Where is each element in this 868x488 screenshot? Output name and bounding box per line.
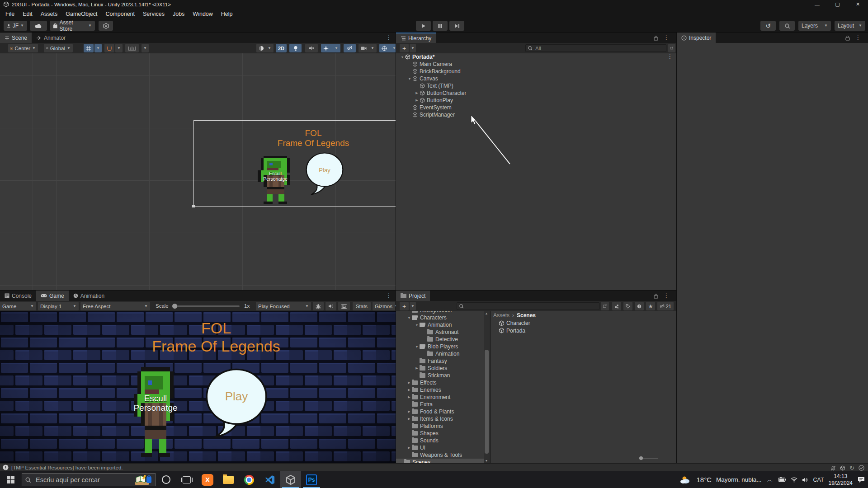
- project-tree-scrollbar[interactable]: ▲ ▼: [484, 311, 490, 463]
- package-status-icon[interactable]: [840, 465, 845, 471]
- hierarchy-item[interactable]: ▶ ButtonCharacter: [396, 89, 676, 97]
- hierarchy-search-jump-button[interactable]: [668, 44, 675, 52]
- weather-description[interactable]: Mayorm. nubla...: [716, 476, 762, 483]
- menu-item[interactable]: Component: [101, 11, 139, 17]
- hierarchy-item[interactable]: BrickBackground: [396, 68, 676, 75]
- taskbar-vscode[interactable]: [259, 471, 280, 488]
- hierarchy-item[interactable]: EventSystem: [396, 104, 676, 111]
- taskbar-unity[interactable]: [280, 471, 301, 488]
- project-tree-item[interactable]: ▼ Animation: [396, 321, 489, 328]
- maximize-button[interactable]: ▢: [827, 0, 848, 9]
- debug-button[interactable]: [313, 302, 324, 310]
- disclosure-triangle[interactable]: ▼: [414, 345, 420, 348]
- asset-zoom-knob[interactable]: [639, 456, 643, 460]
- cortana-button[interactable]: [156, 471, 176, 488]
- volume-icon[interactable]: [802, 477, 809, 483]
- hierarchy-item[interactable]: ▶ ButtonPlay: [396, 97, 676, 104]
- game-audio-button[interactable]: [326, 302, 336, 310]
- project-tree-item[interactable]: Sounds: [396, 437, 489, 444]
- tab-animator[interactable]: Animator: [32, 33, 70, 43]
- taskbar-search[interactable]: [22, 473, 156, 486]
- language-indicator[interactable]: CAT: [813, 477, 824, 483]
- disclosure-triangle[interactable]: ▶: [406, 395, 412, 399]
- layout-dropdown[interactable]: Layout ▼: [835, 21, 865, 31]
- progress-check-icon[interactable]: [859, 465, 864, 471]
- disclosure-triangle[interactable]: ▶: [414, 99, 420, 102]
- stats-button[interactable]: Stats: [353, 302, 371, 310]
- layers-dropdown[interactable]: Layers ▼: [798, 21, 831, 31]
- disclosure-triangle[interactable]: ▶: [414, 366, 420, 370]
- lock-icon[interactable]: [654, 35, 658, 41]
- project-tree-item[interactable]: ▶ Food & Plants: [396, 408, 489, 415]
- breadcrumb-current[interactable]: Scenes: [517, 312, 536, 319]
- start-button[interactable]: [0, 471, 21, 488]
- project-panel-menu-icon[interactable]: ⋮: [664, 292, 669, 299]
- grid-snap-toggle[interactable]: [84, 44, 94, 52]
- project-tree-item[interactable]: ▶ Items & Icons: [396, 415, 489, 422]
- services-button[interactable]: [99, 21, 113, 31]
- increment-snap-button[interactable]: [125, 44, 139, 52]
- play-focused-dropdown[interactable]: Play Focused ▼: [256, 302, 311, 310]
- project-tree-item[interactable]: Weapons & Tools: [396, 451, 489, 459]
- menu-item[interactable]: Jobs: [169, 11, 189, 17]
- game-play-button[interactable]: Play: [203, 366, 270, 441]
- task-view-button[interactable]: [176, 471, 197, 488]
- display-dropdown[interactable]: Display 1 ▼: [38, 302, 79, 310]
- scene-viewport[interactable]: FOL Frame Of Legends Escull Personatge P…: [0, 53, 396, 291]
- project-tree-item[interactable]: Scenes: [396, 459, 489, 463]
- disclosure-triangle[interactable]: ▶: [414, 91, 420, 95]
- project-tree-item[interactable]: Astronaut: [396, 328, 489, 336]
- project-add-options[interactable]: ▼: [410, 302, 416, 310]
- clock[interactable]: 14:13 19/2/2024: [829, 473, 853, 487]
- scene-row-menu-icon[interactable]: ⋮: [667, 53, 673, 60]
- disclosure-triangle[interactable]: ▼: [414, 324, 420, 327]
- refresh-icon[interactable]: ↻: [849, 465, 854, 471]
- scene-panel-menu-icon[interactable]: ⋮: [386, 34, 392, 41]
- project-search-input[interactable]: [466, 303, 597, 310]
- search-by-type-button[interactable]: [612, 302, 621, 310]
- hierarchy-add-button[interactable]: +: [400, 44, 409, 52]
- search-highlight-image[interactable]: [134, 474, 152, 486]
- close-button[interactable]: ✕: [848, 0, 868, 9]
- pause-button[interactable]: [433, 21, 448, 31]
- menu-item[interactable]: Window: [189, 11, 217, 17]
- project-tree-item[interactable]: ▶ UI: [396, 444, 489, 451]
- project-tree-item[interactable]: Animation: [396, 350, 489, 357]
- battery-icon[interactable]: [778, 477, 786, 482]
- project-tree-item[interactable]: ▼ Blob Players: [396, 343, 489, 350]
- hidden-packages-toggle[interactable]: 21: [657, 302, 674, 310]
- project-tree-item[interactable]: Platforms: [396, 422, 489, 430]
- disclosure-triangle[interactable]: ▶: [406, 446, 412, 450]
- tab-console[interactable]: Console: [0, 291, 36, 301]
- hierarchy-panel-menu-icon[interactable]: ⋮: [664, 34, 669, 41]
- action-center-icon[interactable]: [857, 476, 865, 483]
- weather-temperature[interactable]: 18°C: [696, 476, 712, 483]
- lock-icon[interactable]: [654, 293, 658, 299]
- game-view-dropdown[interactable]: Game ▼: [0, 302, 36, 310]
- snap-options[interactable]: ▼: [115, 44, 123, 52]
- tab-game[interactable]: Game: [36, 291, 69, 301]
- disclosure-triangle[interactable]: ▼: [400, 56, 405, 59]
- hierarchy-search[interactable]: [525, 44, 666, 52]
- project-tree-item[interactable]: Fantasy: [396, 357, 489, 365]
- scene-character-button-label[interactable]: Escull Personatge: [255, 171, 296, 182]
- hierarchy-add-options[interactable]: ▼: [410, 44, 416, 52]
- increment-snap-options[interactable]: ▼: [142, 44, 149, 52]
- project-tree-item[interactable]: Shapes: [396, 430, 489, 437]
- scroll-down-icon[interactable]: ▼: [484, 459, 489, 462]
- hierarchy-item[interactable]: Text (TMP): [396, 82, 676, 89]
- project-add-button[interactable]: +: [400, 302, 409, 310]
- audio-mute-toggle[interactable]: [305, 44, 318, 52]
- inspector-panel-menu-icon[interactable]: ⋮: [855, 34, 861, 41]
- disclosure-triangle[interactable]: ▼: [406, 316, 412, 319]
- project-tree-item[interactable]: ▶ Soldiers: [396, 365, 489, 372]
- asset-zoom-slider[interactable]: [640, 458, 658, 459]
- search-by-label-button[interactable]: [623, 302, 632, 310]
- disclosure-triangle[interactable]: ▶: [406, 410, 412, 413]
- project-tree-item[interactable]: ▼ Characters: [396, 314, 489, 321]
- asset-file-row[interactable]: Portada: [491, 327, 676, 335]
- breadcrumb-assets[interactable]: Assets: [493, 312, 509, 319]
- disclosure-triangle[interactable]: ▶: [406, 417, 412, 421]
- tray-expand-icon[interactable]: ︿: [766, 476, 774, 484]
- project-tree-item[interactable]: ▶ Effects: [396, 379, 489, 386]
